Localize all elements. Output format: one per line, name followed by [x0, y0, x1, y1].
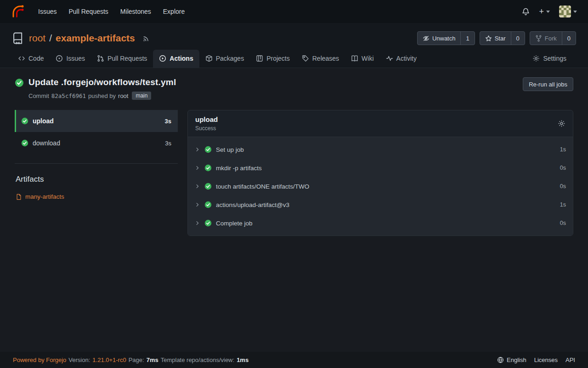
- tab-actions-label: Actions: [170, 55, 193, 62]
- issue-icon: [56, 55, 63, 62]
- chevron-right-icon: [195, 184, 200, 189]
- bell-icon: [522, 8, 530, 16]
- template-time-label: Template repo/actions/view:: [161, 356, 234, 363]
- projects-icon: [256, 55, 263, 62]
- job-name: download: [33, 139, 60, 147]
- pushed-by-label: pushed by: [88, 92, 116, 99]
- check-circle-icon: [204, 201, 212, 208]
- step-row[interactable]: mkdir -p artifacts 0s: [188, 159, 573, 177]
- tab-code-label: Code: [28, 55, 44, 62]
- check-circle-icon: [204, 183, 212, 190]
- job-status-text: Success: [195, 125, 218, 132]
- primary-nav: Issues Pull Requests Milestones Explore: [32, 5, 191, 18]
- tab-actions[interactable]: Actions: [153, 50, 199, 68]
- star-count[interactable]: 0: [511, 32, 525, 45]
- run-body: upload 3s download 3s Artifacts many-art…: [15, 110, 573, 236]
- repo-breadcrumb: root / example-artifacts: [29, 33, 135, 44]
- powered-by-link[interactable]: Powered by Forgejo: [13, 356, 66, 363]
- job-panel-title: upload: [195, 115, 218, 123]
- rss-icon[interactable]: [142, 34, 150, 42]
- tab-code[interactable]: Code: [12, 50, 50, 68]
- chevron-right-icon: [195, 220, 200, 226]
- tab-issues[interactable]: Issues: [50, 50, 90, 68]
- run-title: Update .forgejo/workflows/test.yml: [28, 77, 176, 87]
- tab-settings[interactable]: Settings: [526, 50, 572, 68]
- commit-sha-link[interactable]: 82a5cf6961: [51, 92, 86, 99]
- star-icon: [485, 35, 492, 42]
- repo-title-left: root / example-artifacts: [12, 32, 150, 44]
- star-label: Star: [495, 35, 506, 42]
- chevron-right-icon: [195, 165, 200, 171]
- step-list: Set up job 1s mkdir -p artifacts 0s touc…: [188, 137, 573, 236]
- check-circle-icon: [204, 219, 212, 227]
- step-label: Complete job: [216, 220, 253, 227]
- package-icon: [205, 55, 213, 62]
- nav-pull-requests[interactable]: Pull Requests: [62, 5, 114, 18]
- tab-activity-label: Activity: [396, 55, 417, 62]
- nav-issues[interactable]: Issues: [32, 5, 62, 18]
- watch-count[interactable]: 1: [460, 32, 474, 45]
- job-duration: 3s: [165, 140, 171, 147]
- step-label: Set up job: [216, 146, 244, 153]
- unwatch-label: Unwatch: [432, 35, 456, 42]
- job-duration: 3s: [165, 118, 171, 125]
- fork-button[interactable]: Fork 0: [530, 31, 576, 45]
- step-row[interactable]: touch artifacts/ONE artifacts/TWO 0s: [188, 177, 573, 196]
- step-duration: 0s: [560, 220, 566, 226]
- check-circle-icon: [204, 164, 212, 172]
- divider: [15, 163, 178, 164]
- repo-name-link[interactable]: example-artifacts: [56, 33, 135, 44]
- tab-packages[interactable]: Packages: [199, 50, 250, 68]
- api-link[interactable]: API: [565, 356, 575, 363]
- nav-milestones[interactable]: Milestones: [114, 5, 157, 18]
- licenses-link[interactable]: Licenses: [534, 356, 558, 363]
- tab-wiki[interactable]: Wiki: [345, 50, 379, 68]
- fork-count[interactable]: 0: [562, 32, 576, 45]
- artifact-name: many-artifacts: [25, 193, 64, 200]
- forgejo-logo[interactable]: [11, 5, 25, 18]
- gear-icon: [532, 55, 540, 62]
- language-selector[interactable]: English: [497, 356, 526, 363]
- job-detail-panel: upload Success Set up job 1s mkdir -p: [187, 110, 573, 236]
- tab-releases-label: Releases: [312, 55, 339, 62]
- job-row-upload[interactable]: upload 3s: [15, 110, 178, 132]
- tab-projects-label: Projects: [266, 55, 290, 62]
- breadcrumb-separator: /: [49, 33, 52, 44]
- chevron-right-icon: [195, 147, 200, 152]
- job-options-gear-icon[interactable]: [558, 120, 565, 127]
- plus-icon: +: [539, 7, 544, 16]
- unwatch-button[interactable]: Unwatch 1: [417, 31, 475, 45]
- tab-releases[interactable]: Releases: [296, 50, 345, 68]
- step-row[interactable]: Set up job 1s: [188, 140, 573, 159]
- job-row-download[interactable]: download 3s: [15, 132, 178, 154]
- step-label: actions/upload-artifact@v3: [216, 201, 289, 208]
- user-menu-button[interactable]: [559, 6, 577, 17]
- branch-badge[interactable]: main: [132, 92, 151, 100]
- top-navbar: Issues Pull Requests Milestones Explore …: [0, 0, 588, 23]
- step-duration: 1s: [560, 146, 566, 153]
- pusher-link[interactable]: root: [118, 92, 128, 99]
- create-new-button[interactable]: +: [539, 7, 550, 16]
- tag-icon: [302, 55, 309, 62]
- activity-icon: [386, 55, 393, 62]
- repo-tabs: Code Issues Pull Requests Actions: [12, 50, 576, 68]
- code-icon: [18, 55, 25, 62]
- language-label: English: [507, 356, 526, 363]
- eye-off-icon: [423, 35, 430, 42]
- star-button[interactable]: Star 0: [480, 31, 525, 45]
- nav-explore[interactable]: Explore: [157, 5, 191, 18]
- notifications-button[interactable]: [522, 8, 530, 16]
- template-time-value: 1ms: [237, 356, 249, 363]
- tab-settings-label: Settings: [543, 55, 566, 62]
- repo-owner-link[interactable]: root: [29, 33, 45, 44]
- tab-projects[interactable]: Projects: [250, 50, 296, 68]
- rerun-all-jobs-button[interactable]: Re-run all jobs: [523, 77, 573, 91]
- step-row[interactable]: actions/upload-artifact@v3 1s: [188, 196, 573, 214]
- artifact-link-many-artifacts[interactable]: many-artifacts: [16, 193, 178, 200]
- tab-pull-requests[interactable]: Pull Requests: [91, 50, 153, 68]
- version-link[interactable]: 1.21.0+1-rc0: [92, 356, 126, 363]
- tab-activity[interactable]: Activity: [380, 50, 423, 68]
- pull-request-icon: [97, 55, 104, 62]
- footer-links: English Licenses API: [497, 356, 575, 363]
- step-row[interactable]: Complete job 0s: [188, 214, 573, 232]
